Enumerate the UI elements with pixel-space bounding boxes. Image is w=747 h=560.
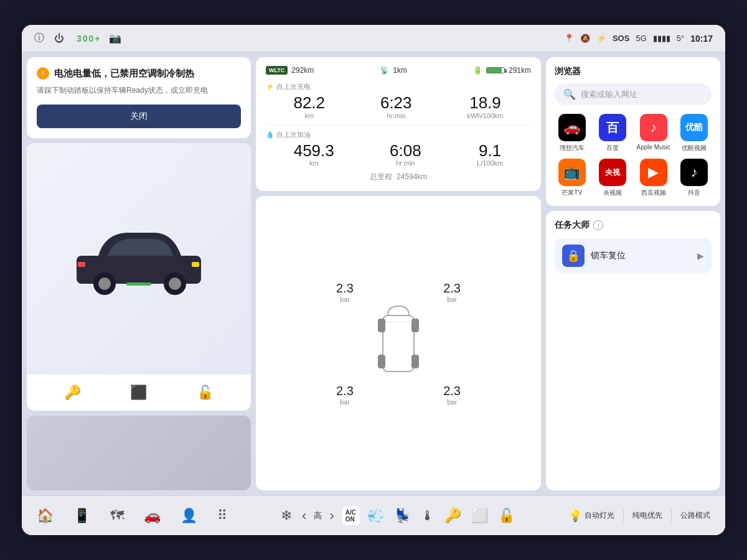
nav-separator-1 <box>623 510 624 522</box>
battery-icon: 🔋 <box>473 66 482 75</box>
alert-title: ! 电池电量低，已禁用空调制冷制热 <box>37 67 241 80</box>
app-icon-lixiang: 🚗 <box>558 114 586 141</box>
charge-time-value: 6:23 <box>380 94 412 112</box>
app-mango[interactable]: 📺 芒果TV <box>555 159 590 197</box>
svg-rect-10 <box>411 319 419 332</box>
nav-unlock-small-icon[interactable]: 🔓 <box>496 505 517 526</box>
nav-media[interactable]: 📱 <box>71 505 93 526</box>
search-bar[interactable]: 🔍 搜索或输入网址 <box>555 83 712 105</box>
svg-rect-6 <box>78 262 85 267</box>
app-icon-xigua: ▶ <box>640 159 667 186</box>
alert-subtitle: 请踩下制动踏板以保持车辆Ready状态，或立即充电 <box>37 85 241 96</box>
status-bar-right: 📍 🔕 ⚡ SOS 5G ▮▮▮▮ 5° 10:17 <box>564 34 713 44</box>
nav-fan-icon[interactable]: 💨 <box>365 505 387 526</box>
lock-button[interactable]: 🔑 <box>59 382 86 403</box>
app-youku[interactable]: 优酷 优酷视频 <box>677 114 712 152</box>
range-panel: WLTC 292km 📡 1km 🔋 291km ⚡ 自上次充电 <box>256 57 541 191</box>
app-cctv[interactable]: 央视 央视频 <box>596 159 631 197</box>
road-mode-label: 公路模式 <box>680 510 710 521</box>
temperature-label: 5° <box>677 34 684 43</box>
tire-layout: 2.3 bar 2.3 bar 2.3 bar 2.3 <box>336 281 461 406</box>
fuel-consumption-stat: 9.1 L/100km <box>477 142 503 167</box>
app-icon-douyin: ♪ <box>680 159 708 186</box>
nav-profile[interactable]: 👤 <box>178 505 200 526</box>
status-bar: ⓘ ⏻ 300+ 📷 📍 🔕 ⚡ SOS 5G ▮▮▮▮ 5° 10:17 <box>22 25 725 52</box>
task-panel: 任务大师 i 🔒 锁车复位 ▶ <box>546 211 720 490</box>
charge-km-stat: 82.2 km <box>293 94 325 119</box>
window-button[interactable]: ⬛ <box>125 382 152 403</box>
app-icon-baidu: 百 <box>599 114 626 141</box>
nav-defrost-icon[interactable]: 🌡 <box>418 505 437 526</box>
main-content: ! 电池电量低，已禁用空调制冷制热 请踩下制动踏板以保持车辆Ready状态，或立… <box>22 52 725 495</box>
nav-arrow-left[interactable]: ‹ <box>299 505 309 526</box>
nav-seat-heat-icon[interactable]: 💺 <box>392 505 413 526</box>
svg-rect-12 <box>411 355 419 368</box>
status-bar-center: 300+ 📷 <box>77 32 121 44</box>
task-master-title: 任务大师 <box>555 220 590 231</box>
app-label-douyin: 抖音 <box>688 189 700 197</box>
nav-left: 🏠 📱 🗺 🚗 👤 ⠿ <box>34 505 230 526</box>
nav-apps[interactable]: ⠿ <box>215 505 230 526</box>
charge-time-stat: 6:23 hr:min <box>380 94 412 119</box>
task-item-lock[interactable]: 🔒 锁车复位 ▶ <box>555 238 712 273</box>
fuel-consumption-value: 9.1 <box>477 142 503 160</box>
alert-warning-icon: ! <box>37 67 49 80</box>
nav-car[interactable]: 🚗 <box>141 505 163 526</box>
charge-energy-value: 18.9 <box>467 94 503 112</box>
info-icon: ⓘ <box>34 32 44 45</box>
app-label-apple-music: Apple Music <box>637 144 670 151</box>
svg-rect-8 <box>383 315 414 371</box>
close-alert-button[interactable]: 关闭 <box>37 105 241 128</box>
nav-map[interactable]: 🗺 <box>108 505 126 526</box>
nav-arrow-right[interactable]: › <box>327 505 336 526</box>
mute-icon: 🔕 <box>580 34 590 43</box>
wltc-range: WLTC 292km <box>266 66 314 75</box>
search-icon: 🔍 <box>563 88 576 100</box>
since-charge-label: ⚡ 自上次充电 <box>266 82 531 91</box>
app-apple-music[interactable]: ♪ Apple Music <box>636 114 671 152</box>
sos-label: SOS <box>613 34 629 43</box>
tire-car-outline <box>377 303 420 384</box>
trip-range: 📡 1km <box>380 66 407 75</box>
charge-energy-stat: 18.9 kWh/100km <box>467 94 503 119</box>
app-lixiang[interactable]: 🚗 理想汽车 <box>555 114 590 152</box>
fuel-consumption-unit: L/100km <box>477 159 503 167</box>
bluetooth-icon: ⚡ <box>596 34 606 43</box>
charge-stats-row: 82.2 km 6:23 hr:min 18.9 kWh/100km <box>266 94 531 119</box>
nav-window-small-icon[interactable]: ⬜ <box>469 505 491 526</box>
browser-title: 浏览器 <box>555 66 712 77</box>
svg-rect-7 <box>126 282 151 286</box>
task-lock-label: 锁车复位 <box>591 250 691 261</box>
since-fuel-label: 💧 自上次加油 <box>266 130 531 139</box>
svg-point-4 <box>169 278 181 290</box>
nav-lock-small-icon[interactable]: 🔑 <box>442 505 464 526</box>
nav-ev-priority[interactable]: 纯电优先 <box>630 508 665 523</box>
car-icons-row: 🔑 ⬛ 🔓 <box>27 374 251 411</box>
fuel-km-unit: km <box>294 159 334 167</box>
fuel-km-stat: 459.3 km <box>294 142 334 167</box>
speed-display: 300+ <box>77 34 101 44</box>
camera-icon: 📷 <box>109 32 121 44</box>
ev-priority-label: 纯电优先 <box>632 510 662 521</box>
svg-rect-11 <box>378 355 385 368</box>
fuel-time-value: 6:08 <box>390 142 421 160</box>
wltc-value: 292km <box>291 66 314 75</box>
nav-climate-icon[interactable]: ❄ <box>278 505 294 526</box>
range-top: WLTC 292km 📡 1km 🔋 291km <box>266 66 531 75</box>
app-label-xigua: 西瓜视频 <box>641 189 666 197</box>
svg-rect-9 <box>378 319 385 332</box>
nav-home[interactable]: 🏠 <box>34 505 56 526</box>
car-image-area <box>27 143 251 374</box>
nav-ac-button[interactable]: A/CON <box>342 506 360 525</box>
nav-temp-high: 高 <box>314 510 322 521</box>
app-label-lixiang: 理想汽车 <box>560 144 585 152</box>
nav-auto-light[interactable]: 💡 自动灯光 <box>566 506 617 525</box>
app-baidu[interactable]: 百 百度 <box>596 114 631 152</box>
app-douyin[interactable]: ♪ 抖音 <box>677 159 712 197</box>
charge-time-unit: hr:min <box>380 112 412 119</box>
power-icon: ⏻ <box>54 33 64 44</box>
unlock-button[interactable]: 🔓 <box>192 382 218 403</box>
app-xigua[interactable]: ▶ 西瓜视频 <box>636 159 671 197</box>
nav-road-mode[interactable]: 公路模式 <box>678 508 713 523</box>
task-arrow-icon: ▶ <box>697 251 704 261</box>
